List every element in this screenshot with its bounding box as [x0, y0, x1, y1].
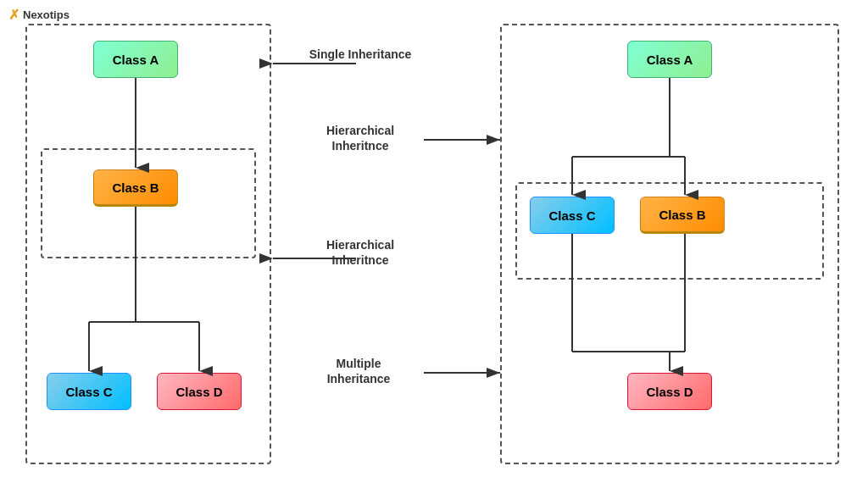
left-class-b: Class B — [93, 169, 178, 207]
logo: ✗ Nexotips — [8, 7, 70, 23]
left-class-c: Class C — [47, 373, 131, 410]
logo-text: Nexotips — [23, 8, 70, 21]
right-class-a: Class A — [627, 41, 712, 78]
label-hierarchical-bottom: HierarchicalInheritnce — [301, 237, 420, 268]
label-single-inheritance: Single Inheritance — [305, 47, 415, 62]
right-class-b: Class B — [640, 197, 725, 234]
label-multiple-inheritance: MultipleInheritance — [303, 356, 414, 386]
logo-icon: ✗ — [8, 7, 19, 23]
label-hierarchical-top: HierarchicalInheritnce — [301, 123, 420, 153]
right-class-d: Class D — [627, 373, 712, 410]
left-class-a: Class A — [93, 41, 178, 78]
left-class-d: Class D — [157, 373, 242, 410]
right-class-c: Class C — [530, 197, 615, 234]
